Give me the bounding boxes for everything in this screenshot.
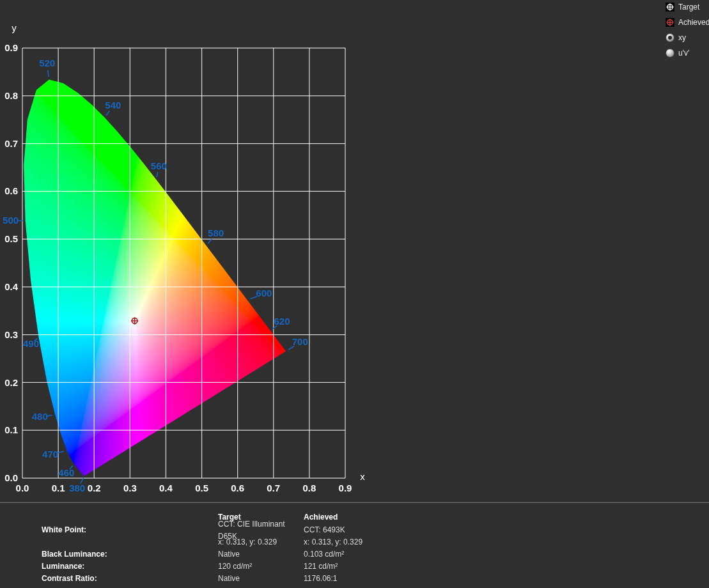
target-marker-icon <box>666 3 674 12</box>
row-achieved-value: CCT: 6493K <box>304 524 709 536</box>
table-row: Contrast Ratio: Native 1176.06:1 <box>0 573 709 585</box>
table-row: x: 0.313, y: 0.329 x: 0.313, y: 0.329 <box>0 536 709 548</box>
radio-xy[interactable]: xy <box>666 33 709 42</box>
row-target-value: Native <box>218 573 304 585</box>
legend-achieved: Achieved <box>666 18 709 27</box>
row-label: Contrast Ratio: <box>0 573 218 585</box>
row-target-value: x: 0.313, y: 0.329 <box>218 536 304 548</box>
table-row: Luminance: 120 cd/m² 121 cd/m² <box>0 561 709 573</box>
chart-legend: Target Achieved xy u'v' <box>666 3 709 58</box>
row-target-value: Native <box>218 548 304 561</box>
row-achieved-value: x: 0.313, y: 0.329 <box>304 536 709 548</box>
row-label: White Point: <box>0 524 218 536</box>
achieved-marker-icon <box>666 18 674 27</box>
radio-uv-button[interactable] <box>666 49 674 58</box>
table-row: Black Luminance: Native 0.103 cd/m² <box>0 548 709 561</box>
row-label: Black Luminance: <box>0 548 218 561</box>
radio-uv-label: u'v' <box>678 49 689 58</box>
calibration-report-window: Target Achieved xy u'v' Targ <box>0 0 709 588</box>
table-header-row: Target Achieved <box>0 510 709 524</box>
cie-chromaticity-chart <box>0 0 709 506</box>
measurement-table: Target Achieved White Point: CCT: CIE Il… <box>0 502 709 585</box>
table-row: White Point: CCT: CIE Illuminant D65K CC… <box>0 524 709 536</box>
radio-xy-label: xy <box>678 33 686 42</box>
row-achieved-value: 0.103 cd/m² <box>304 548 709 561</box>
legend-target: Target <box>666 3 709 12</box>
legend-achieved-label: Achieved <box>678 18 709 27</box>
row-target-value: 120 cd/m² <box>218 561 304 573</box>
table-header-achieved: Achieved <box>304 510 709 524</box>
row-achieved-value: 121 cd/m² <box>304 561 709 573</box>
row-label: Luminance: <box>0 561 218 573</box>
legend-target-label: Target <box>678 3 699 12</box>
row-achieved-value: 1176.06:1 <box>304 573 709 585</box>
radio-xy-button[interactable] <box>666 33 674 42</box>
radio-uv[interactable]: u'v' <box>666 49 709 58</box>
